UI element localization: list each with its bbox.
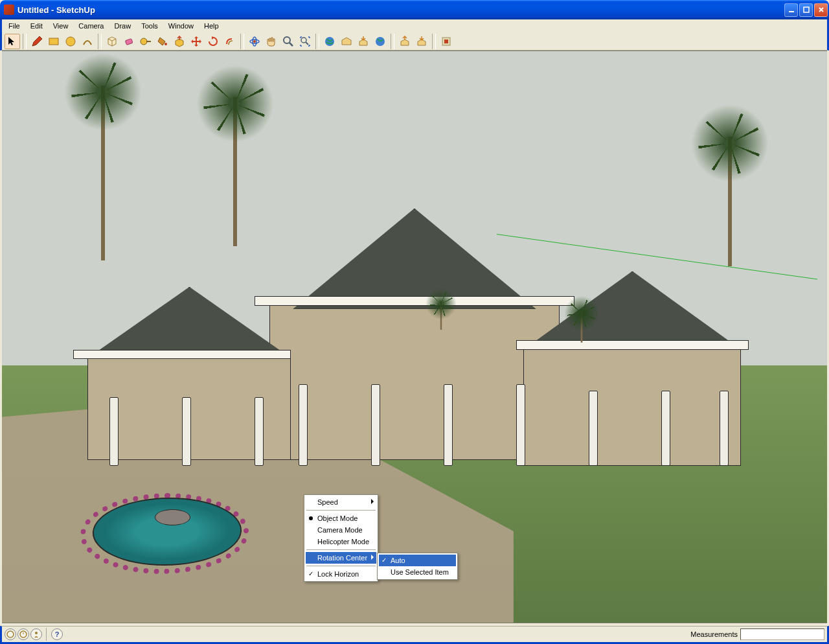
minimize-button[interactable] — [784, 3, 798, 17]
zoom-extents-tool[interactable] — [297, 34, 313, 49]
svg-point-19 — [35, 632, 38, 634]
radio-icon — [309, 516, 313, 520]
svg-rect-16 — [444, 40, 448, 43]
svg-rect-6 — [146, 41, 151, 42]
toolbar-separator — [98, 34, 102, 49]
toolbar-separator — [432, 34, 436, 49]
menu-window[interactable]: Window — [163, 21, 199, 31]
ctx-rotation-center[interactable]: Rotation Center — [306, 552, 376, 564]
get-current-view-tool[interactable] — [322, 34, 337, 49]
menu-help[interactable]: Help — [199, 21, 224, 31]
arc-tool[interactable] — [80, 34, 95, 49]
push-pull-tool[interactable] — [172, 34, 187, 49]
share-model-tool[interactable] — [414, 34, 429, 49]
circle-tool[interactable] — [63, 34, 78, 49]
svg-rect-2 — [49, 38, 58, 45]
scene-palm-tree — [580, 311, 582, 343]
menubar: File Edit View Camera Draw Tools Window … — [0, 19, 829, 32]
svg-point-10 — [253, 40, 256, 43]
menu-draw[interactable]: Draw — [109, 21, 136, 31]
svg-rect-0 — [789, 11, 794, 12]
menu-file[interactable]: File — [3, 21, 25, 31]
toolbar-separator — [315, 34, 319, 49]
context-menu: Speed Object Mode Camera Mode Helicopter… — [304, 494, 378, 582]
scene-palm-tree — [233, 97, 237, 246]
pan-tool[interactable] — [264, 34, 279, 49]
toolbar-separator — [23, 34, 27, 49]
preview-ge-tool[interactable] — [372, 34, 388, 49]
orbit-tool[interactable] — [247, 34, 262, 49]
window-titlebar: Untitled - SketchUp — [0, 0, 829, 19]
ctx-lock-horizon[interactable]: ✓ Lock Horizon — [306, 568, 376, 580]
svg-point-12 — [301, 38, 306, 43]
status-geo-button[interactable] — [5, 628, 16, 640]
ctx-helicopter-mode[interactable]: Helicopter Mode — [306, 536, 376, 547]
ctx-sub-use-selected[interactable]: Use Selected Item — [379, 566, 456, 578]
toolbar-separator — [240, 34, 244, 49]
svg-point-11 — [284, 37, 290, 43]
select-tool[interactable] — [5, 34, 20, 49]
measurements-input[interactable] — [740, 628, 824, 640]
menu-camera[interactable]: Camera — [73, 21, 109, 31]
eraser-tool[interactable] — [121, 34, 137, 49]
ctx-object-mode[interactable]: Object Mode — [306, 512, 376, 524]
svg-point-5 — [141, 38, 147, 45]
ctx-label: Helicopter Mode — [317, 538, 369, 546]
offset-tool[interactable] — [222, 34, 238, 49]
svg-rect-1 — [804, 7, 809, 12]
svg-point-3 — [66, 37, 75, 46]
maximize-button[interactable] — [799, 3, 813, 17]
status-separator — [46, 628, 47, 641]
ctx-speed[interactable]: Speed — [306, 496, 376, 508]
scene-palm-tree — [728, 137, 732, 266]
ctx-label: Rotation Center — [317, 554, 367, 562]
status-credits-button[interactable] — [17, 628, 29, 640]
move-tool[interactable] — [188, 34, 204, 49]
place-model-tool[interactable] — [356, 34, 371, 49]
toolbar — [0, 32, 829, 51]
ctx-separator — [306, 566, 376, 566]
status-help-button[interactable]: ? — [51, 628, 63, 640]
status-profile-button[interactable] — [30, 628, 42, 640]
svg-point-17 — [7, 631, 14, 638]
submenu-arrow-icon — [371, 555, 374, 560]
make-component-tool[interactable] — [104, 34, 120, 49]
rectangle-tool[interactable] — [46, 34, 62, 49]
submenu-arrow-icon — [371, 499, 374, 504]
app-icon — [4, 5, 14, 15]
ctx-camera-mode[interactable]: Camera Mode — [306, 524, 376, 536]
measurements-label: Measurements — [690, 630, 738, 638]
pencil-tool[interactable] — [29, 34, 45, 49]
tape-measure-tool[interactable] — [138, 34, 153, 49]
svg-point-7 — [165, 43, 167, 45]
statusbar: ? Measurements — [0, 626, 829, 644]
ctx-label: Camera Mode — [317, 526, 363, 534]
scene-palm-tree — [440, 301, 442, 330]
toggle-terrain-tool[interactable] — [339, 34, 354, 49]
close-button[interactable] — [814, 3, 828, 17]
scene-house-model — [51, 177, 777, 491]
ctx-separator — [306, 549, 376, 550]
ctx-sub-auto[interactable]: ✓ Auto — [379, 555, 456, 566]
rotate-tool[interactable] — [205, 34, 221, 49]
svg-rect-4 — [125, 38, 133, 45]
get-models-tool[interactable] — [397, 34, 413, 49]
zoom-tool[interactable] — [280, 34, 296, 49]
scene-palm-tree — [101, 86, 105, 260]
window-title: Untitled - SketchUp — [17, 5, 784, 15]
context-submenu: ✓ Auto Use Selected Item — [377, 553, 458, 580]
ctx-label: Use Selected Item — [391, 568, 449, 576]
viewport-3d[interactable]: Speed Object Mode Camera Mode Helicopter… — [2, 51, 827, 623]
check-icon: ✓ — [308, 570, 313, 577]
extension-tool[interactable] — [438, 34, 454, 49]
paint-bucket-tool[interactable] — [155, 34, 170, 49]
toolbar-separator — [391, 34, 394, 49]
menu-tools[interactable]: Tools — [136, 21, 163, 31]
menu-view[interactable]: View — [48, 21, 74, 31]
ctx-label: Object Mode — [317, 514, 358, 522]
ctx-label: Lock Horizon — [317, 570, 359, 578]
ctx-label: Auto — [391, 557, 405, 564]
menu-edit[interactable]: Edit — [25, 21, 48, 31]
ctx-label: Speed — [317, 498, 338, 506]
scene-fountain-center — [155, 509, 190, 525]
